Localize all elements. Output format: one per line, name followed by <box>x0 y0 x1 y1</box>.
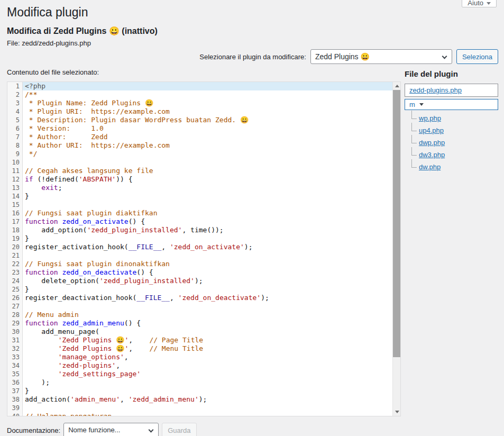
line-number: 20 <box>7 243 22 251</box>
sidebar-title: File del plugin <box>405 69 498 78</box>
line-number: 33 <box>7 353 22 361</box>
line-number: 36 <box>7 378 22 387</box>
current-file-link[interactable]: zedd-plugins.php <box>409 86 462 94</box>
lookup-button[interactable]: Guarda <box>162 423 196 436</box>
line-number: 34 <box>7 361 22 370</box>
line-number: 22 <box>7 260 22 268</box>
line-number: 8 <box>7 141 22 150</box>
code-line[interactable]: 'Zedd Plugins 😀', // Page Title <box>25 336 400 344</box>
triangle-down-icon <box>395 411 399 413</box>
triangle-up-icon <box>395 85 399 87</box>
code-line[interactable]: */ <box>25 150 400 158</box>
code-editor[interactable]: 1234567891011121314151617181920212223242… <box>7 81 401 416</box>
code-line[interactable]: // Menu admin <box>25 311 400 319</box>
file-list-item: up4.php <box>411 126 498 134</box>
line-number: 2 <box>7 90 22 99</box>
chevron-down-icon <box>419 103 424 106</box>
code-line[interactable]: add_option('zedd_plugin_installed', time… <box>25 226 400 234</box>
code-line[interactable]: 'zedd_settings_page' <box>25 370 400 378</box>
code-line[interactable]: } <box>25 192 400 201</box>
line-number: 32 <box>7 344 22 353</box>
code-line[interactable]: * Author: Zedd <box>25 133 400 141</box>
code-line[interactable] <box>25 201 400 209</box>
plugin-select-value: Zedd Plugins 😀 <box>315 52 370 61</box>
code-line[interactable]: exit; <box>25 184 400 192</box>
line-number: 35 <box>7 370 22 378</box>
line-number: 4 <box>7 107 22 116</box>
code-line[interactable] <box>25 302 400 311</box>
chevron-down-icon <box>149 428 154 433</box>
code-line[interactable] <box>25 158 400 167</box>
line-number: 15 <box>7 201 22 209</box>
code-line[interactable]: register_activation_hook(__FILE__, 'zedd… <box>25 243 400 251</box>
current-file-item[interactable]: zedd-plugins.php <box>405 84 498 97</box>
folder-toggle[interactable]: m <box>405 99 498 110</box>
line-number: 18 <box>7 226 22 234</box>
file-link[interactable]: dw.php <box>419 163 441 171</box>
plugin-file-list: wp.phpup4.phpdwp.phpdw3.phpdw.php <box>411 114 498 171</box>
line-number: 16 <box>7 209 22 217</box>
code-line[interactable]: * Author URI: https://example.com <box>25 141 400 150</box>
code-line[interactable]: } <box>25 285 400 294</box>
editor-scrollbar[interactable] <box>392 82 400 416</box>
code-line[interactable]: * Version: 1.0 <box>25 124 400 133</box>
code-line[interactable]: * Description: Plugin dasar WordPress bu… <box>25 116 400 124</box>
file-link[interactable]: wp.php <box>419 114 441 122</box>
line-number: 31 <box>7 336 22 344</box>
file-list-item: dw3.php <box>411 151 498 159</box>
line-number: 6 <box>7 124 22 133</box>
code-line[interactable] <box>25 404 400 412</box>
code-line[interactable]: 'Zedd Plugins 😀', // Menu Title <box>25 344 400 353</box>
code-content[interactable]: <?php/** * Plugin Name: Zedd Plugins 😀 *… <box>23 82 400 416</box>
code-line[interactable]: add_menu_page( <box>25 328 400 336</box>
code-line[interactable]: // Halaman pengaturan <box>25 412 400 416</box>
plugin-select[interactable]: Zedd Plugins 😀 <box>310 49 452 64</box>
editor-main-area: Contenuto del file selezionato: 12345678… <box>7 68 498 416</box>
line-number: 24 <box>7 277 22 285</box>
scroll-down-button[interactable] <box>393 408 401 416</box>
code-line[interactable]: // Fungsi saat plugin diaktifkan <box>25 209 400 217</box>
code-line[interactable]: function zedd_on_deactivate() { <box>25 268 400 277</box>
plugin-select-row: Selezionare il plugin da modificare: Zed… <box>7 49 498 64</box>
line-number: 12 <box>7 175 22 184</box>
code-line[interactable]: } <box>25 387 400 395</box>
code-line[interactable]: register_deactivation_hook(__FILE__, 'ze… <box>25 294 400 302</box>
code-line[interactable]: if (!defined('ABSPATH')) { <box>25 175 400 184</box>
file-link[interactable]: dw3.php <box>419 151 445 159</box>
code-line[interactable]: * Plugin Name: Zedd Plugins 😀 <box>25 99 400 107</box>
code-line[interactable]: * Plugin URI: https://example.com <box>25 107 400 116</box>
documentation-label: Documentazione: <box>7 426 60 434</box>
code-line[interactable]: function zedd_admin_menu() { <box>25 319 400 328</box>
documentation-row: Documentazione: Nome funzione... Guarda <box>7 423 498 436</box>
line-number: 9 <box>7 150 22 158</box>
line-number: 25 <box>7 285 22 294</box>
scroll-up-button[interactable] <box>393 82 401 90</box>
folder-name-link[interactable]: m <box>409 101 415 108</box>
code-line[interactable]: 'manage_options', <box>25 353 400 361</box>
code-line[interactable]: add_action('admin_menu', 'zedd_admin_men… <box>25 395 400 404</box>
code-line[interactable]: 'zedd-plugins', <box>25 361 400 370</box>
code-line[interactable]: ); <box>25 378 400 387</box>
code-line[interactable]: } <box>25 234 400 243</box>
editing-subtitle: Modifica di Zedd Plugins 😀 (inattivo) <box>7 26 498 36</box>
file-link[interactable]: up4.php <box>419 126 444 134</box>
code-line[interactable]: <?php <box>23 82 400 90</box>
file-link[interactable]: dwp.php <box>419 139 445 147</box>
scrollbar-thumb[interactable] <box>393 90 401 357</box>
page-title: Modifica plugin <box>7 4 498 20</box>
documentation-select-value: Nome funzione... <box>68 426 120 434</box>
code-line[interactable]: // Fungsi saat plugin dinonaktifkan <box>25 260 400 268</box>
editor-column: Contenuto del file selezionato: 12345678… <box>7 68 401 416</box>
documentation-select[interactable]: Nome funzione... <box>63 423 159 436</box>
line-number: 38 <box>7 395 22 404</box>
select-plugin-button[interactable]: Seleziona <box>456 49 498 64</box>
line-number: 11 <box>7 167 22 175</box>
help-button[interactable]: Aiuto <box>462 0 497 7</box>
code-line[interactable] <box>25 251 400 260</box>
code-line[interactable]: delete_option('zedd_plugin_installed'); <box>25 277 400 285</box>
line-number: 13 <box>7 184 22 192</box>
code-line[interactable]: /** <box>25 90 400 99</box>
line-number-gutter: 1234567891011121314151617181920212223242… <box>7 82 23 416</box>
code-line[interactable]: // Cegah akses langsung ke file <box>25 167 400 175</box>
code-line[interactable]: function zedd_on_activate() { <box>25 217 400 226</box>
